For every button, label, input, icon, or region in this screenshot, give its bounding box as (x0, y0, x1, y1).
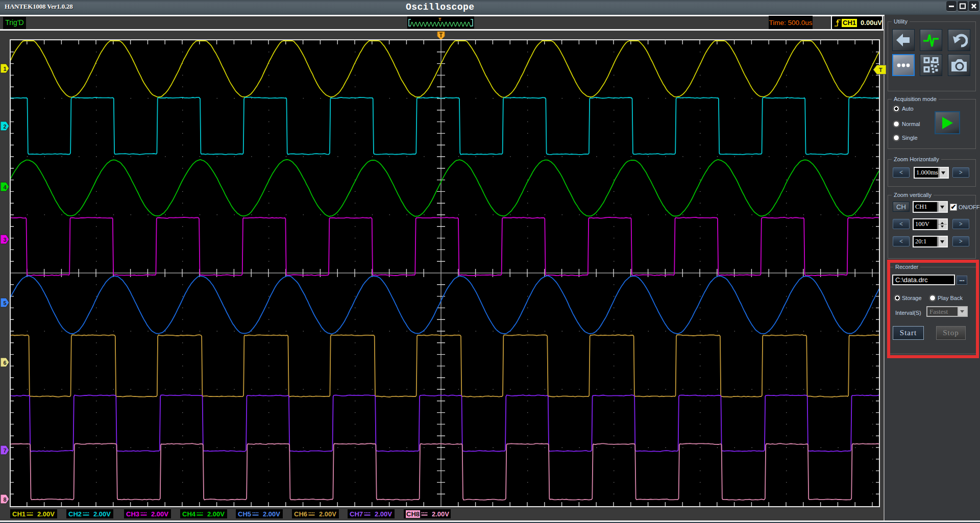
svg-text:7: 7 (4, 447, 7, 454)
svg-text:6: 6 (4, 360, 7, 366)
svg-text:8: 8 (4, 496, 7, 503)
svg-text:1: 1 (4, 66, 7, 72)
svg-text:4: 4 (4, 184, 7, 190)
svg-text:2: 2 (4, 123, 7, 130)
svg-text:T: T (879, 67, 883, 73)
svg-text:3: 3 (4, 237, 7, 243)
svg-text:T: T (438, 17, 442, 22)
svg-text:5: 5 (4, 300, 7, 306)
